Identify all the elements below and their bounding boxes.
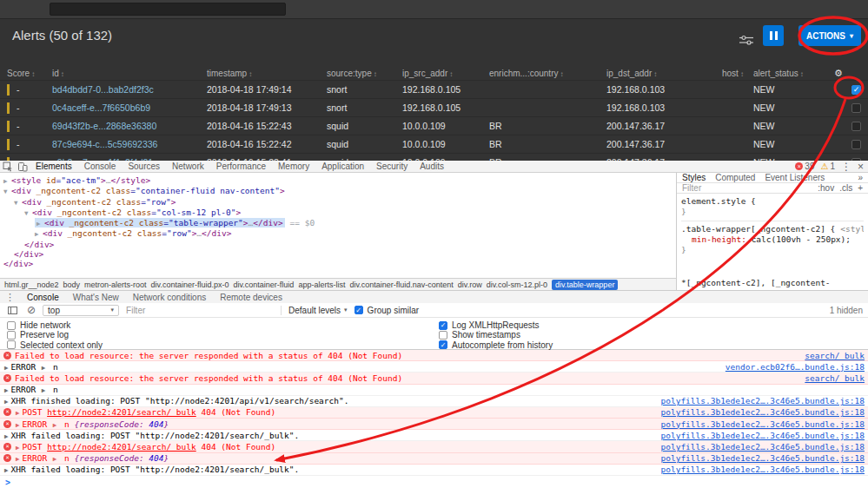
devtools-tab-network[interactable]: Network	[166, 161, 210, 173]
devtools-close-icon[interactable]: ×	[858, 161, 864, 173]
breadcrumb-item[interactable]: div.container-fluid.nav-content	[349, 280, 453, 289]
dom-tree-line[interactable]: ▼<div _ngcontent-c2 class="col-sm-12 pl-…	[0, 208, 676, 218]
breadcrumb-item[interactable]: div.container-fluid.px-0	[151, 280, 229, 289]
log-levels-dropdown[interactable]: Default levels ▾	[288, 306, 348, 315]
dom-tree-line[interactable]: </div>	[0, 240, 676, 249]
expand-arrow-icon[interactable]: ▶	[16, 409, 20, 417]
dom-tree-line[interactable]: ▶<div _ngcontent-c2 class="row">…</div>	[0, 228, 676, 239]
breadcrumb-item[interactable]: div.container-fluid	[234, 280, 295, 289]
devtools-tab-elements[interactable]: Elements	[30, 161, 78, 173]
checkbox[interactable]	[7, 321, 16, 330]
expand-arrow-icon[interactable]: ▶	[35, 229, 43, 239]
expand-arrow-icon[interactable]: ▶	[4, 432, 9, 440]
console-filter-input[interactable]: Filter	[126, 306, 274, 315]
inspect-element-icon[interactable]	[0, 162, 15, 172]
expand-arrow-icon[interactable]: ▶	[16, 455, 20, 463]
console-setting-autocomplete-from-history[interactable]: ✓Autocomplete from history	[439, 340, 553, 350]
table-row[interactable]: -bd4dbdd7-0...bab2df2f3c2018-04-18 17:49…	[0, 80, 868, 98]
breadcrumb-item[interactable]: div.col-sm-12.pl-0	[487, 280, 547, 289]
expand-arrow-icon[interactable]: ▶	[16, 421, 20, 429]
expand-arrow-icon[interactable]: ▶	[3, 176, 11, 186]
console-prompt[interactable]: >	[0, 477, 868, 488]
expand-arrow-icon[interactable]: ▼	[14, 198, 22, 208]
breadcrumb-item[interactable]: html.gr__node2	[4, 280, 59, 289]
column-header-score[interactable]: Score↕	[7, 69, 45, 78]
expand-arrow-icon[interactable]: ▶	[4, 386, 9, 394]
breadcrumb-item[interactable]: div.row	[458, 280, 482, 289]
styles-toggle-cls[interactable]: .cls	[839, 183, 852, 193]
column-header-source-type[interactable]: source:type↕	[320, 69, 395, 78]
dom-tree-line[interactable]: </div>	[0, 259, 676, 268]
row-checkbox[interactable]	[851, 122, 861, 131]
css-rule-source[interactable]: <style>…</style>	[840, 224, 864, 234]
expand-arrow-icon[interactable]: ▶	[4, 398, 9, 406]
styles-tab-computed[interactable]: Computed	[715, 173, 755, 182]
filter-settings-icon[interactable]	[739, 33, 753, 49]
console-source-link[interactable]: polyfills.3b1ede1ec2….3c46e5.bundle.js:1…	[661, 465, 865, 474]
group-similar-setting[interactable]: ✓ Group similar	[354, 306, 419, 315]
styles-filter-input[interactable]: Filter	[682, 183, 701, 193]
css-property-line[interactable]: min-height: calc(100vh - 250px);	[681, 234, 864, 245]
dom-tree-line[interactable]: </div>	[0, 249, 676, 259]
gear-icon[interactable]: ⚙	[834, 68, 843, 78]
devtools-tab-application[interactable]: Application	[315, 161, 370, 173]
actions-button[interactable]: ACTIONS ▾	[798, 25, 861, 46]
devtools-tab-console[interactable]: Console	[78, 161, 123, 173]
column-header-alert-status[interactable]: alert_status↕	[746, 69, 825, 78]
console-sidebar-icon[interactable]	[5, 306, 20, 315]
drawer-tab-what-s-new[interactable]: What's New	[66, 291, 126, 304]
column-header-timestamp[interactable]: timestamp↕	[200, 69, 320, 78]
dom-tree-line[interactable]: ▶<style id="ace-tm">…</style>	[0, 175, 676, 186]
console-setting-hide-network[interactable]: Hide network	[7, 320, 103, 330]
checkbox[interactable]	[7, 331, 16, 340]
expand-arrow-icon[interactable]: ▶	[4, 364, 9, 372]
styles-tab-styles[interactable]: Styles	[682, 173, 706, 182]
console-setting-log-xmlhttprequests[interactable]: ✓Log XMLHttpRequests	[439, 320, 553, 330]
expand-arrow-icon[interactable]: ▶	[4, 466, 9, 474]
drawer-tab-console[interactable]: Console	[20, 291, 66, 304]
checkbox[interactable]: ✓	[439, 340, 447, 349]
checkbox[interactable]: ✓	[439, 321, 447, 330]
pause-refresh-button[interactable]	[763, 25, 784, 46]
console-source-link[interactable]: vendor.ecb02f6….bundle.js:18	[726, 362, 865, 372]
breadcrumb-item[interactable]: app-alerts-list	[298, 280, 345, 289]
expand-arrow-icon[interactable]: ▶	[53, 421, 57, 429]
devtools-tab-security[interactable]: Security	[370, 161, 414, 173]
dom-tree-line[interactable]: ▼<div _ngcontent-c2 class="row">	[0, 197, 676, 208]
console-source-link[interactable]: search/_bulk	[805, 351, 865, 360]
expand-arrow-icon[interactable]: ▶	[36, 219, 44, 228]
expand-arrow-icon[interactable]: ▶	[42, 386, 46, 394]
devtools-tab-audits[interactable]: Audits	[414, 161, 450, 173]
row-checkbox[interactable]	[851, 103, 861, 113]
console-source-link[interactable]: polyfills.3b1ede1ec2….3c46e5.bundle.js:1…	[661, 419, 865, 429]
more-tabs-icon[interactable]: »	[858, 173, 868, 182]
devtools-menu-icon[interactable]: ⋮	[841, 161, 851, 173]
dom-tree-line[interactable]: ▼<div _ngcontent-c2 class="container-flu…	[0, 186, 676, 196]
expand-arrow-icon[interactable]: ▼	[3, 187, 11, 196]
console-setting-preserve-log[interactable]: Preserve log	[7, 330, 103, 340]
expand-arrow-icon[interactable]: ▶	[53, 455, 57, 463]
column-header-ip-dst-addr[interactable]: ip_dst_addr↕	[600, 69, 715, 78]
device-toolbar-icon[interactable]	[15, 162, 30, 172]
row-checkbox[interactable]: ✓	[851, 85, 861, 95]
console-source-link[interactable]: search/_bulk	[805, 373, 865, 383]
expand-arrow-icon[interactable]: ▼	[24, 208, 32, 218]
column-header-enrichm-country[interactable]: enrichm...:country↕	[482, 69, 600, 78]
breadcrumb-item[interactable]: div.table-wrapper	[552, 280, 618, 290]
dom-tree-line[interactable]: ▶<div _ngcontent-c2 class="table-wrapper…	[0, 218, 676, 228]
devtools-tab-memory[interactable]: Memory	[272, 161, 315, 173]
devtools-tab-performance[interactable]: Performance	[210, 161, 272, 173]
table-row[interactable]: -0c4aceff-e...7f6650b6b92018-04-18 17:49…	[0, 98, 868, 116]
drawer-tab-remote-devices[interactable]: Remote devices	[213, 291, 289, 304]
warning-count-badge[interactable]: ⚠ 1	[820, 162, 835, 171]
console-setting-selected-context-only[interactable]: Selected context only	[7, 340, 103, 350]
expand-arrow-icon[interactable]: ▶	[16, 444, 20, 452]
column-header-host[interactable]: host↕	[715, 69, 746, 78]
console-source-link[interactable]: polyfills.3b1ede1ec2….3c46e5.bundle.js:1…	[661, 442, 865, 452]
console-source-link[interactable]: polyfills.3b1ede1ec2….3c46e5.bundle.js:1…	[661, 453, 865, 463]
table-row[interactable]: -69d43f2b-e...2868e363802018-04-16 15:22…	[0, 116, 868, 135]
table-row[interactable]: -87c9e694-c...5c596923362018-04-16 15:22…	[0, 135, 868, 153]
devtools-tab-sources[interactable]: Sources	[122, 161, 166, 173]
console-source-link[interactable]: polyfills.3b1ede1ec2….3c46e5.bundle.js:1…	[661, 407, 865, 417]
console-source-link[interactable]: polyfills.3b1ede1ec2….3c46e5.bundle.js:1…	[661, 431, 865, 440]
